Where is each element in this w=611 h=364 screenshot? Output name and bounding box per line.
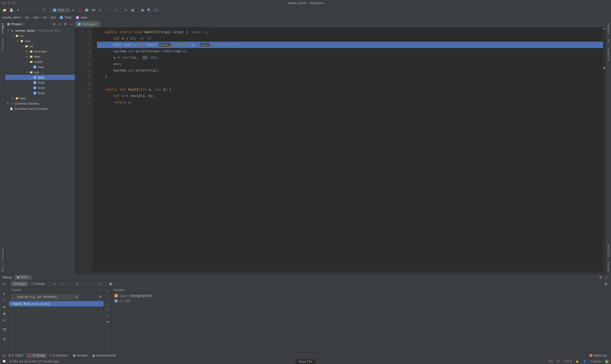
tree-test1[interactable]: C Test1: [5, 75, 75, 80]
chevron-right-icon[interactable]: ▶: [7, 102, 10, 104]
tool-services-tab[interactable]: ⬡ 8: Services: [48, 353, 69, 358]
tool-restful-tab[interactable]: RestfulTool: [606, 45, 611, 63]
chevron-down-icon[interactable]: ▼: [12, 35, 14, 37]
chevron-down-icon[interactable]: ▾: [23, 23, 24, 25]
tool-todo-tab[interactable]: ☑ 6: TODO: [6, 353, 25, 358]
chevron-down-icon[interactable]: ▼: [21, 45, 24, 47]
thread-selector[interactable]: ✓ "main"@1 in g…ain": RUNNING: [11, 294, 79, 300]
variable-row-args[interactable]: p args = {String[0]@467}: [111, 293, 611, 298]
trace-current-stream-chain-icon[interactable]: ⫬: [115, 281, 121, 286]
evaluate-expression-icon[interactable]: ▦: [107, 281, 114, 286]
sync-icon[interactable]: ⟳: [15, 7, 21, 13]
tool-web-tab[interactable]: Web: [0, 264, 5, 274]
file-encoding[interactable]: UTF-8: [564, 360, 572, 363]
caret-position[interactable]: 8:1: [549, 360, 553, 363]
stop-icon[interactable]: ■: [97, 7, 103, 13]
tree-test2[interactable]: C Test2: [5, 80, 75, 85]
debugger-tab[interactable]: Debugger: [11, 281, 28, 286]
save-all-icon[interactable]: 💾: [9, 7, 14, 13]
editor-error-stripe[interactable]: [603, 27, 606, 271]
inspection-profile-icon[interactable]: 👤: [583, 360, 586, 363]
tool-structure-tab[interactable]: 7: Structure: [0, 37, 5, 55]
tree-test4[interactable]: C Test4: [5, 91, 75, 96]
debug-settings-icon[interactable]: ⚙: [1, 336, 8, 342]
tree-xxl[interactable]: ▼ 📁 xxl: [5, 44, 75, 49]
crumb-class[interactable]: Test1: [65, 16, 72, 19]
tree-test[interactable]: ▼ 📁 test: [5, 70, 75, 75]
show-execution-point-icon[interactable]: ≡: [51, 281, 58, 286]
show-watches-icon[interactable]: 👓: [104, 319, 111, 325]
translate-icon[interactable]: 文A: [153, 7, 159, 13]
warning-marker[interactable]: [603, 67, 605, 69]
chevron-down-icon[interactable]: ▼: [7, 29, 10, 32]
minimize-window-button[interactable]: [8, 2, 10, 4]
resume-icon[interactable]: ⏵: [1, 291, 8, 296]
stack-frame-row[interactable]: main:8, Test1 (com.xxl.test): [9, 301, 104, 307]
remove-watch-icon[interactable]: －: [104, 294, 111, 300]
debug-session-tab[interactable]: ▣ Test1 ×: [15, 274, 31, 280]
settings-icon[interactable]: ⚙: [64, 22, 67, 26]
step-out-icon[interactable]: ↑: [81, 281, 88, 286]
tool-java-enterprise-tab[interactable]: ▦ Java Enterprise: [90, 353, 118, 358]
quick-access-icon[interactable]: ▤: [2, 354, 5, 357]
tree-user[interactable]: C User: [5, 64, 75, 70]
run-to-cursor-icon[interactable]: →I: [97, 281, 103, 286]
chevron-down-icon[interactable]: ▼: [17, 40, 19, 42]
copy-watch-icon[interactable]: ⧉: [104, 313, 111, 319]
hide-debug-icon[interactable]: —: [605, 275, 609, 279]
tool-favorites-tab[interactable]: 2: Favorites: [0, 246, 5, 264]
new-watch-icon[interactable]: ＋: [104, 288, 111, 294]
step-over-icon[interactable]: ⤻: [58, 281, 65, 286]
pause-icon[interactable]: ⏸: [1, 297, 8, 303]
close-icon[interactable]: ×: [28, 275, 30, 279]
mute-breakpoints-icon[interactable]: ⊘: [1, 317, 8, 323]
tool-terminal-tab[interactable]: ▣ Terminal: [71, 353, 89, 358]
update-app-icon[interactable]: ⇣: [107, 7, 112, 13]
pin-icon[interactable]: »: [1, 346, 8, 351]
chevron-right-icon[interactable]: ▶: [12, 97, 14, 99]
tool-event-log-tab[interactable]: 3 Event Log: [587, 353, 609, 358]
editor-gutter[interactable]: 6▶ 7 8💡 9 10 11 12 13 14 15 16 17: [75, 27, 93, 271]
crumb-com[interactable]: com: [33, 16, 39, 19]
crumb-test[interactable]: test: [51, 16, 56, 19]
console-tab[interactable]: ▶ Console: [29, 281, 47, 286]
editor-horizontal-scrollbar[interactable]: [75, 271, 606, 274]
drop-frame-icon[interactable]: ⤺: [89, 281, 96, 286]
crumb-method[interactable]: main: [81, 16, 87, 19]
debug-settings-icon[interactable]: ⚙: [599, 275, 602, 279]
tool-ant-tab[interactable]: Ant: [606, 37, 611, 45]
hide-panel-icon[interactable]: —: [69, 22, 73, 26]
watch-up-icon[interactable]: ▲: [104, 300, 111, 306]
attach-icon[interactable]: ⧉: [113, 7, 119, 13]
tree-test3[interactable]: C Test3: [5, 85, 75, 91]
select-opened-file-icon[interactable]: ⊕: [52, 22, 56, 26]
variable-row-a[interactable]: 01 a = 23: [111, 298, 611, 303]
forward-icon[interactable]: →: [31, 7, 37, 13]
rerun-icon[interactable]: ↻: [1, 281, 8, 287]
tree-com[interactable]: ▼ 📁 com: [5, 38, 75, 44]
crumb-xxl[interactable]: xxl: [43, 16, 47, 19]
tool-leetcode-tab[interactable]: leetcode: [606, 260, 611, 274]
crumb-project[interactable]: servlet_demo: [2, 16, 21, 19]
close-window-button[interactable]: [3, 2, 6, 4]
memory-indicator-icon[interactable]: [605, 360, 609, 363]
open-icon[interactable]: 📂: [2, 7, 8, 13]
crumb-src[interactable]: src: [25, 16, 29, 19]
chevron-right-icon[interactable]: ▶: [26, 50, 28, 52]
tree-filter[interactable]: ▶ 📁 filter: [5, 54, 75, 59]
search-everywhere-icon[interactable]: 🔍: [146, 7, 152, 13]
stop-debug-icon[interactable]: ■: [1, 304, 8, 310]
back-icon[interactable]: ←: [25, 7, 30, 13]
run-config-selector[interactable]: C Test1: [51, 8, 70, 13]
profile-icon[interactable]: ◔▾: [91, 7, 96, 13]
tree-model[interactable]: ▼ 📁 model: [5, 59, 75, 64]
maximize-window-button[interactable]: [12, 2, 15, 4]
tool-wordbook-tab[interactable]: Word Book: [606, 242, 611, 260]
dump-threads-icon[interactable]: 📷: [1, 327, 8, 332]
tree-src[interactable]: ▼ 📁 src: [5, 33, 75, 38]
tool-database-tab[interactable]: Database: [606, 21, 611, 37]
prev-frame-icon[interactable]: ↑: [82, 294, 88, 300]
chevron-down-icon[interactable]: ▼: [26, 61, 28, 63]
filter-frames-icon[interactable]: ⧩: [97, 294, 104, 300]
watch-down-icon[interactable]: ▼: [104, 307, 111, 312]
